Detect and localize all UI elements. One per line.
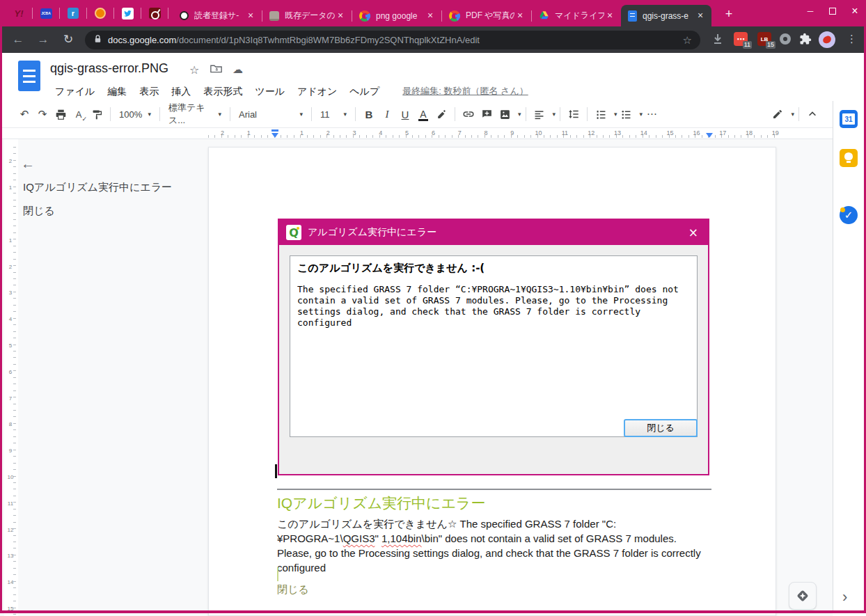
editing-mode-pencil-icon[interactable] (769, 105, 787, 123)
right-indent-marker[interactable] (706, 133, 713, 138)
document-page[interactable]: Q アルゴリズム実行中にエラー × このアルゴリズムを実行できません :-( T… (208, 147, 776, 616)
add-comment-icon[interactable] (478, 105, 496, 123)
insert-image-icon[interactable] (496, 105, 514, 123)
hide-side-panel-chevron-icon[interactable]: › (842, 588, 847, 606)
pinned-tab-jcba[interactable]: JCBA (33, 0, 59, 26)
text-color-icon[interactable]: A (414, 105, 432, 123)
browser-menu-icon[interactable]: ⋮ (847, 33, 857, 45)
vertical-ruler[interactable]: 21123456789101112131415 (4, 139, 18, 616)
google-keep-icon[interactable] (840, 149, 858, 167)
tab-close-icon[interactable]: × (514, 10, 526, 22)
redo-icon[interactable]: ↷ (33, 105, 52, 123)
underline-icon[interactable]: U (396, 105, 414, 123)
dialog-close-icon: × (686, 226, 701, 239)
menu-format[interactable]: 表示形式 (197, 84, 249, 99)
pinned-tab-nifty[interactable] (87, 0, 113, 26)
doc-close-text[interactable]: 閉じる (277, 583, 309, 597)
align-icon[interactable] (530, 105, 549, 123)
font-size-select[interactable]: 11▾ (316, 106, 351, 123)
chevron-down-icon[interactable]: ▾ (518, 111, 521, 118)
maximize-button[interactable] (821, 0, 844, 22)
bookmark-star-icon[interactable]: ☆ (683, 34, 692, 47)
paragraph-style-select[interactable]: 標準テキス...▾ (164, 106, 226, 123)
menu-edit[interactable]: 編集 (101, 84, 133, 99)
extension-icon-red[interactable]: ⋯ 11 (734, 32, 748, 46)
font-select[interactable]: Arial▾ (235, 106, 307, 123)
chevron-down-icon[interactable]: ▾ (553, 111, 556, 118)
profile-avatar[interactable] (819, 31, 835, 48)
tab-close-icon[interactable]: × (604, 10, 615, 22)
menu-file[interactable]: ファイル (49, 84, 101, 99)
print-icon[interactable] (52, 105, 70, 123)
menu-view[interactable]: 表示 (133, 84, 165, 99)
bulleted-list-icon[interactable] (617, 105, 636, 123)
undo-icon[interactable]: ↶ (15, 105, 33, 123)
chevron-down-icon[interactable]: ▾ (614, 111, 617, 118)
google-docs-icon[interactable] (18, 61, 40, 91)
star-document-icon[interactable]: ☆ (189, 63, 199, 77)
tab-png-google[interactable]: png google × (352, 5, 441, 26)
collapse-toolbar-icon[interactable] (803, 105, 821, 123)
close-window-button[interactable]: × (844, 0, 866, 22)
tab-qgis-grass-error-active[interactable]: qgis-grass-e × (621, 5, 711, 26)
ruler-number: 7 (9, 395, 12, 401)
line-spacing-icon[interactable] (565, 105, 583, 123)
first-line-indent-marker[interactable] (271, 129, 278, 132)
paint-format-icon[interactable] (88, 105, 106, 123)
download-icon[interactable] (711, 33, 724, 48)
pinned-tab-radiko[interactable]: r (60, 0, 86, 26)
highlight-color-icon[interactable] (432, 105, 450, 123)
menu-help[interactable]: ヘルプ (343, 84, 386, 99)
horizontal-ruler[interactable]: 2112345678910111213141516171819 (0, 128, 833, 139)
menu-addons[interactable]: アドオン (291, 84, 343, 99)
italic-icon[interactable]: I (378, 105, 396, 123)
outline-item-close[interactable]: 閉じる (23, 205, 55, 218)
outline-item-error-heading[interactable]: IQアルゴリズム実行中にエラー (23, 181, 172, 194)
minimize-button[interactable]: ─ (799, 0, 821, 22)
tab-existing-data[interactable]: 既存データの増 × (262, 5, 352, 26)
tab-pdf-photos[interactable]: PDF や写真の × (442, 5, 531, 26)
extensions-puzzle-icon[interactable] (799, 33, 812, 48)
dialog-title-bar: Q アルゴリズム実行中にエラー × (279, 220, 708, 245)
tab-close-icon[interactable]: × (425, 10, 436, 22)
url-bar[interactable]: docs.google.com/document/d/1pN3Iq8TwhmtR… (85, 31, 700, 49)
numbered-list-icon[interactable] (592, 105, 610, 123)
zoom-select[interactable]: 100%▾ (115, 106, 155, 123)
embedded-dialog-image[interactable]: Q アルゴリズム実行中にエラー × このアルゴリズムを実行できません :-( T… (278, 219, 709, 475)
reload-icon[interactable]: ↻ (60, 31, 77, 48)
close-outline-arrow-icon[interactable]: ← (21, 156, 35, 172)
explore-button[interactable] (789, 582, 817, 610)
tab-close-icon[interactable]: × (695, 10, 706, 22)
pinned-tab-yahoo[interactable]: Y! (6, 0, 32, 26)
menu-tools[interactable]: ツール (249, 84, 291, 99)
move-folder-icon[interactable] (210, 63, 222, 77)
dialog-title: アルゴリズム実行中にエラー (308, 226, 686, 239)
forward-icon[interactable]: → (35, 31, 52, 48)
extension-ring-icon[interactable] (780, 33, 791, 45)
toolbar-separator (455, 107, 455, 121)
left-indent-marker[interactable] (271, 133, 278, 138)
chevron-down-icon[interactable]: ▾ (791, 111, 794, 118)
last-edit-link[interactable]: 最終編集: 数秒前（匿名 さん） (402, 85, 528, 97)
tab-my-drive[interactable]: マイドライブ - ( × (532, 5, 621, 26)
pinned-tab-twitter[interactable] (114, 0, 141, 26)
tab-close-icon[interactable]: × (245, 10, 256, 22)
extension-icon-darkred[interactable]: LB 15 (757, 32, 771, 46)
cloud-status-icon[interactable]: ☁ (233, 63, 243, 76)
spellcheck-icon[interactable]: A✓ (70, 105, 88, 123)
bold-icon[interactable]: B (360, 105, 378, 123)
google-tasks-icon[interactable]: ✓ (840, 206, 858, 224)
doc-green-heading[interactable]: IQアルゴリズム実行中にエラー (277, 493, 486, 513)
pinned-tab-radio[interactable] (141, 0, 168, 26)
insert-link-icon[interactable] (459, 105, 478, 123)
document-title[interactable]: qgis-grass-error.PNG (50, 61, 168, 76)
more-options-icon[interactable]: ⋯ (643, 105, 661, 123)
back-icon[interactable]: ← (10, 31, 26, 48)
ruler-number: 2 (9, 263, 12, 269)
tab-reader-registration[interactable]: 読者登録サ- × (173, 5, 262, 26)
menu-insert[interactable]: 挿入 (165, 84, 197, 99)
tab-close-icon[interactable]: × (335, 10, 346, 22)
doc-paragraph[interactable]: このアルゴリズムを実行できません☆ The specified GRASS 7 … (277, 516, 711, 575)
google-calendar-icon[interactable]: 31 (840, 110, 858, 128)
new-tab-button[interactable]: + (720, 6, 738, 24)
